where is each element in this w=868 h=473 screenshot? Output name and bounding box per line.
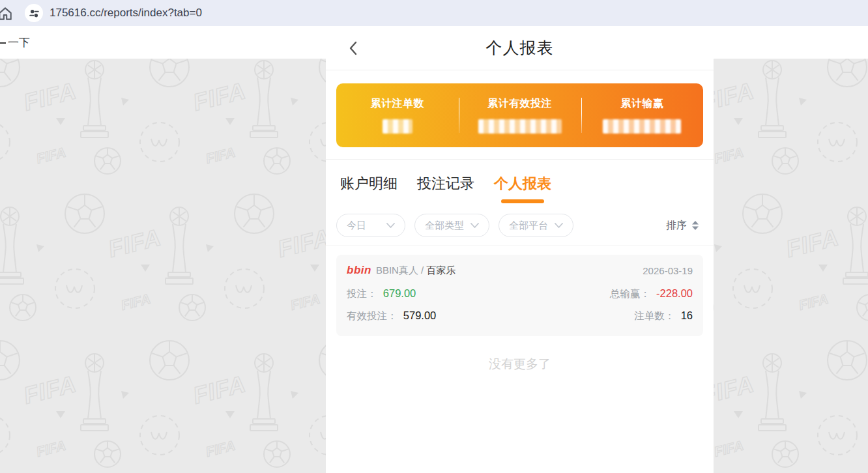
stat-win-loss: 累计输赢	[581, 97, 703, 134]
svg-text:FIFA: FIFA	[204, 145, 237, 166]
partial-clipped-text: 一下	[0, 35, 30, 50]
bet-count-cell: 注单数： 16	[520, 309, 693, 323]
tab-personal-report[interactable]: 个人报表	[494, 174, 551, 203]
stat-label: 累计有效投注	[459, 97, 581, 111]
filter-bar: 今日 全部类型 全部平台 排序	[326, 203, 714, 246]
url-text[interactable]: 175616.cc/reports/index?tab=0	[50, 0, 202, 26]
svg-text:FIFA: FIFA	[21, 370, 79, 409]
clipped-glyph-fragment	[0, 42, 6, 44]
svg-text:FIFA: FIFA	[797, 291, 830, 313]
site-settings-badge[interactable]	[25, 4, 43, 22]
stat-label: 累计输赢	[581, 97, 703, 111]
active-tab-underline	[501, 199, 544, 203]
winloss-label: 总输赢：	[610, 288, 650, 299]
stat-divider	[581, 98, 582, 133]
bet-count-value: 16	[681, 309, 693, 321]
bet-amount-label: 投注：	[347, 288, 377, 299]
censored-value	[478, 119, 562, 134]
sort-arrows-icon	[691, 220, 699, 231]
app-header: 个人报表	[326, 26, 714, 70]
platform-filter-dropdown[interactable]: 全部平台	[499, 214, 573, 237]
cumulative-stats-card: 累计注单数 累计有效投注 累计输赢	[336, 83, 703, 147]
date-filter-dropdown[interactable]: 今日	[336, 214, 405, 237]
stat-valid-bets: 累计有效投注	[459, 97, 581, 134]
bet-amount-value: 679.00	[383, 287, 416, 299]
svg-text:FIFA: FIFA	[21, 77, 79, 116]
winloss-value: -228.00	[656, 287, 693, 299]
game-name: 百家乐	[426, 265, 456, 277]
svg-text:FIFA: FIFA	[35, 145, 67, 166]
page: FIFA FIFA	[0, 26, 868, 473]
svg-text:FIFA: FIFA	[119, 291, 152, 313]
stat-label: 累计注单数	[336, 97, 459, 111]
page-title: 个人报表	[486, 37, 554, 59]
svg-text:FIFA: FIFA	[275, 223, 333, 263]
bet-amount-cell: 投注： 679.00	[347, 287, 520, 301]
chevron-down-icon	[470, 223, 479, 228]
tab-account-details[interactable]: 账户明细	[340, 174, 398, 203]
bet-count-label: 注单数：	[634, 310, 674, 321]
type-filter-dropdown[interactable]: 全部类型	[414, 214, 489, 237]
tune-icon	[29, 8, 40, 19]
svg-text:FIFA: FIFA	[712, 438, 745, 459]
stats-section: 累计注单数 累计有效投注 累计输赢	[326, 70, 714, 160]
chevron-left-icon	[348, 41, 358, 55]
back-button[interactable]	[344, 26, 362, 70]
home-icon[interactable]	[0, 5, 14, 25]
bbin-logo: bbin	[347, 264, 371, 277]
tab-bar: 账户明细 投注记录 个人报表	[326, 160, 714, 203]
censored-value	[603, 119, 681, 134]
no-more-text: 没有更多了	[326, 336, 714, 399]
valid-bet-cell: 有效投注： 579.00	[347, 309, 520, 323]
stat-bet-count: 累计注单数	[336, 97, 459, 134]
svg-text:FIFA: FIFA	[712, 145, 745, 166]
reports-app: 个人报表 累计注单数 累计有效投注 累计输赢	[326, 26, 714, 473]
report-date: 2026-03-19	[643, 265, 693, 276]
browser-address-bar: 175616.cc/reports/index?tab=0	[0, 0, 868, 26]
svg-text:FIFA: FIFA	[35, 438, 67, 459]
svg-text:FIFA: FIFA	[289, 291, 321, 313]
svg-text:FIFA: FIFA	[190, 77, 248, 116]
report-row-card[interactable]: bbin BBIN真人 / 百家乐 2026-03-19 投注： 679.00 …	[336, 255, 703, 336]
svg-text:FIFA: FIFA	[190, 370, 248, 409]
stat-divider	[459, 98, 459, 133]
censored-value	[383, 119, 412, 134]
valid-bet-label: 有效投注：	[347, 310, 398, 321]
chevron-down-icon	[386, 223, 395, 228]
svg-text:FIFA: FIFA	[106, 223, 164, 263]
valid-bet-value: 579.00	[403, 309, 436, 321]
report-card-header: bbin BBIN真人 / 百家乐 2026-03-19	[347, 264, 693, 277]
report-card-body: 投注： 679.00 总输赢： -228.00 有效投注： 579.00 注单数…	[347, 287, 693, 323]
svg-text:FIFA: FIFA	[204, 438, 237, 459]
svg-text:FIFA: FIFA	[783, 223, 841, 263]
chevron-down-icon	[555, 223, 563, 228]
tab-bet-records[interactable]: 投注记录	[417, 174, 474, 203]
sort-button[interactable]: 排序	[666, 219, 703, 233]
provider-name: BBIN真人 /	[376, 265, 424, 277]
winloss-cell: 总输赢： -228.00	[520, 287, 693, 301]
